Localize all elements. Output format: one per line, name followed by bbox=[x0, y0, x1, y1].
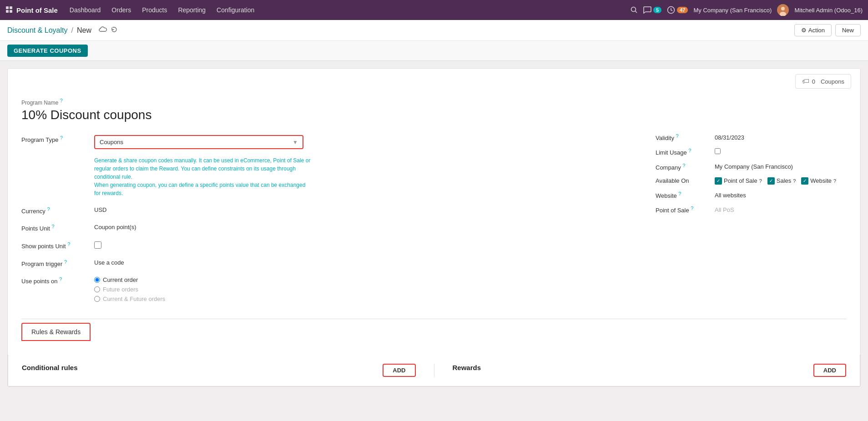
reset-icon[interactable] bbox=[111, 26, 118, 35]
radio-both-input[interactable] bbox=[94, 296, 100, 302]
coupons-tag-area: 🏷 0 Coupons bbox=[8, 69, 860, 89]
form-body: Program Name ? 10% Discount coupons Prog… bbox=[8, 89, 860, 355]
svg-rect-2 bbox=[6, 10, 9, 13]
radio-future-input[interactable] bbox=[94, 286, 100, 292]
website-value[interactable]: All websites bbox=[715, 192, 847, 199]
svg-point-4 bbox=[631, 7, 636, 12]
show-points-help[interactable]: ? bbox=[67, 241, 70, 247]
program-type-value: Coupons ▼ bbox=[94, 133, 628, 149]
website-help[interactable]: ? bbox=[833, 178, 836, 184]
validity-value[interactable]: 08/31/2023 bbox=[715, 134, 847, 141]
points-unit-help[interactable]: ? bbox=[52, 224, 55, 229]
tag-icon: 🏷 bbox=[802, 77, 809, 85]
pos-help[interactable]: ? bbox=[759, 178, 762, 184]
validity-help[interactable]: ? bbox=[676, 133, 679, 139]
website-field-help[interactable]: ? bbox=[678, 191, 681, 196]
coupons-count: 0 bbox=[812, 78, 815, 85]
bottom-section: Conditional rules ADD Rewards ADD bbox=[8, 355, 860, 386]
program-trigger-value[interactable]: Use a code bbox=[94, 257, 628, 266]
program-trigger-row: Program trigger ? Use a code bbox=[21, 257, 628, 267]
currency-value[interactable]: USD bbox=[94, 205, 628, 213]
program-type-selected: Coupons bbox=[100, 139, 289, 145]
pos-field-help[interactable]: ? bbox=[691, 205, 693, 211]
nav-dashboard[interactable]: Dashboard bbox=[65, 4, 106, 16]
program-name-help[interactable]: ? bbox=[60, 98, 63, 103]
clock-icon bbox=[667, 6, 675, 14]
action-button[interactable]: ⚙ Action bbox=[794, 24, 832, 36]
sales-help[interactable]: ? bbox=[793, 178, 796, 184]
form-card: 🏷 0 Coupons Program Name ? 10% Discount … bbox=[7, 68, 861, 387]
messages-badge: 5 bbox=[653, 7, 661, 13]
discuss-icon bbox=[643, 6, 651, 14]
user-avatar[interactable] bbox=[777, 4, 789, 16]
company-label: Company ? bbox=[656, 163, 715, 171]
checkbox-sales[interactable]: ✓ Sales ? bbox=[767, 177, 796, 185]
points-unit-row: Points Unit ? Coupon point(s) bbox=[21, 222, 628, 232]
checkbox-website[interactable]: ✓ Website ? bbox=[801, 177, 836, 185]
action-label: Action bbox=[808, 27, 825, 34]
conditional-rules-col: Conditional rules ADD bbox=[22, 364, 416, 377]
program-trigger-help[interactable]: ? bbox=[64, 259, 67, 265]
breadcrumb-current: New bbox=[77, 26, 91, 35]
action-bar: GENERATE COUPONS bbox=[0, 41, 868, 61]
pos-value[interactable]: All PoS bbox=[715, 206, 847, 213]
search-icon bbox=[631, 6, 638, 14]
limit-usage-help[interactable]: ? bbox=[688, 148, 691, 153]
breadcrumb-separator: / bbox=[71, 26, 73, 35]
program-type-dropdown[interactable]: Coupons ▼ bbox=[94, 135, 303, 149]
nav-reporting[interactable]: Reporting bbox=[173, 4, 210, 16]
coupons-badge[interactable]: 🏷 0 Coupons bbox=[795, 74, 851, 89]
conditional-rules-title: Conditional rules bbox=[22, 364, 78, 371]
topbar: Point of Sale Dashboard Orders Products … bbox=[0, 0, 868, 20]
user-name: Mitchell Admin (Odoo_16) bbox=[794, 7, 863, 14]
radio-future-orders[interactable]: Future orders bbox=[94, 286, 628, 293]
use-points-help[interactable]: ? bbox=[59, 276, 62, 282]
show-points-checkbox bbox=[94, 240, 628, 250]
program-type-label: Program Type ? bbox=[21, 133, 94, 143]
show-points-input[interactable] bbox=[94, 241, 101, 249]
activities-icon-btn[interactable]: 47 bbox=[667, 6, 688, 14]
tab-rules-rewards[interactable]: Rules & Rewards bbox=[21, 323, 91, 341]
website-label: Website ? bbox=[656, 191, 715, 199]
new-button[interactable]: New bbox=[835, 24, 861, 36]
checkbox-pos[interactable]: ✓ Point of Sale ? bbox=[715, 177, 762, 185]
rewards-header: Rewards ADD bbox=[453, 364, 847, 377]
radio-current-input[interactable] bbox=[94, 277, 100, 283]
nav-products[interactable]: Products bbox=[137, 4, 172, 16]
website-checked-icon: ✓ bbox=[801, 177, 808, 185]
discuss-icon-btn[interactable]: 5 bbox=[643, 6, 661, 14]
points-unit-value[interactable]: Coupon point(s) bbox=[94, 222, 628, 231]
breadcrumb-bar: Discount & Loyalty / New ⚙ Action New bbox=[0, 20, 868, 41]
svg-rect-3 bbox=[10, 10, 12, 13]
add-reward-button[interactable]: ADD bbox=[813, 364, 846, 377]
topbar-right: 5 47 My Company (San Francisco) Mitchell… bbox=[631, 4, 863, 16]
radio-both-orders[interactable]: Current & Future orders bbox=[94, 296, 628, 302]
add-conditional-rule-button[interactable]: ADD bbox=[383, 364, 415, 377]
program-title[interactable]: 10% Discount coupons bbox=[21, 108, 847, 122]
conditional-rules-header: Conditional rules ADD bbox=[22, 364, 416, 377]
program-type-help[interactable]: ? bbox=[60, 135, 63, 140]
breadcrumb-parent[interactable]: Discount & Loyalty bbox=[7, 26, 68, 35]
use-points-options: Current order Future orders Current & Fu… bbox=[94, 275, 628, 302]
generate-coupons-button[interactable]: GENERATE COUPONS bbox=[7, 45, 88, 57]
cloud-icon[interactable] bbox=[99, 26, 107, 35]
nav-orders[interactable]: Orders bbox=[107, 4, 136, 16]
company-value[interactable]: My Company (San Francisco) bbox=[715, 163, 847, 170]
limit-usage-row: Limit Usage ? bbox=[656, 148, 847, 156]
nav-configuration[interactable]: Configuration bbox=[212, 4, 259, 16]
company-help[interactable]: ? bbox=[682, 163, 685, 168]
company-row: Company ? My Company (San Francisco) bbox=[656, 163, 847, 171]
points-unit-label: Points Unit ? bbox=[21, 222, 94, 232]
radio-current-order[interactable]: Current order bbox=[94, 276, 628, 283]
app-logo[interactable]: Point of Sale bbox=[5, 6, 58, 14]
currency-help[interactable]: ? bbox=[47, 206, 50, 212]
program-type-description: Generate & share coupon codes manually. … bbox=[94, 156, 313, 197]
apps-icon bbox=[5, 6, 14, 14]
form-left: Program Type ? Coupons ▼ Generate & sha bbox=[21, 133, 628, 310]
bottom-columns: Conditional rules ADD Rewards ADD bbox=[22, 364, 846, 377]
validity-row: Validity ? 08/31/2023 bbox=[656, 133, 847, 141]
limit-usage-label: Limit Usage ? bbox=[656, 148, 715, 156]
program-type-row: Program Type ? Coupons ▼ bbox=[21, 133, 628, 149]
search-icon-btn[interactable] bbox=[631, 6, 638, 14]
limit-usage-input[interactable] bbox=[715, 148, 721, 154]
